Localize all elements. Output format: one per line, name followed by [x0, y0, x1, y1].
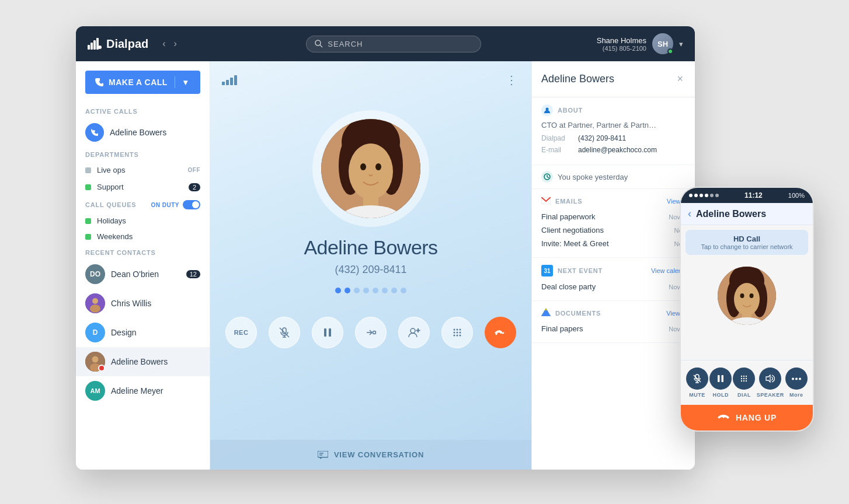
hold-button[interactable] [312, 317, 343, 348]
contact-design[interactable]: D Design [76, 318, 210, 347]
dept-dot-green [85, 184, 91, 190]
panel-close-button[interactable]: × [674, 71, 686, 88]
mobile-time: 11:12 [744, 191, 763, 200]
call-screen-header: ⋮ [210, 61, 531, 99]
dept-name-support: Support [97, 183, 183, 191]
gmail-icon [541, 196, 551, 206]
event-name-1: Deal close party [541, 282, 596, 291]
dept-support[interactable]: Support 2 [76, 178, 210, 195]
more-options-button[interactable]: ⋮ [503, 71, 520, 89]
transfer-button[interactable] [355, 317, 387, 348]
docs-header: DOCUMENTS View d [541, 308, 686, 318]
svg-point-40 [457, 335, 458, 337]
dept-badge-support: 2 [189, 183, 200, 191]
mobile-dial-icon [740, 374, 748, 383]
mobile-dial-button[interactable]: DIAL [733, 368, 755, 398]
forward-arrow[interactable]: › [172, 36, 179, 51]
make-call-dropdown[interactable]: ▾ [180, 78, 192, 87]
email-name-3: Invite: Meet & Greet [541, 239, 609, 248]
online-indicator [667, 48, 673, 54]
about-email-key: E-mail [541, 146, 573, 154]
contact-chris[interactable]: Chris Willis [76, 289, 210, 318]
dot-7 [391, 288, 397, 293]
svg-point-36 [454, 332, 455, 334]
svg-point-75 [743, 380, 744, 382]
search-bar[interactable]: SEARCH [306, 36, 481, 52]
panel-emails-section: EMAILS View c Final paperwork Nov 1 Clie… [532, 189, 695, 258]
view-conversation-bar[interactable]: VIEW CONVERSATION [210, 440, 531, 470]
svg-point-19 [360, 163, 366, 170]
toggle-knob [192, 201, 199, 208]
about-email-val: adeline@peakchoco.com [578, 146, 657, 154]
mobile-back-button[interactable]: ‹ [688, 208, 691, 220]
signal-bar-1 [222, 82, 225, 85]
caller-photo [321, 119, 420, 218]
end-call-button[interactable] [485, 317, 516, 348]
svg-rect-0 [88, 45, 90, 50]
mute-button[interactable] [269, 317, 300, 348]
call-controls: REC [225, 317, 516, 348]
mobile-mute-button[interactable]: MUTE [686, 368, 708, 398]
caller-face-svg [321, 119, 420, 218]
svg-rect-2 [93, 40, 96, 50]
queue-weekends[interactable]: Weekends [76, 229, 210, 244]
caller-photo-wrap [312, 110, 429, 227]
mobile-hold-button[interactable]: HOLD [709, 368, 732, 398]
svg-point-18 [349, 144, 393, 200]
mobile-speaker-button[interactable]: SPEAKER [757, 368, 784, 398]
user-name: Shane Holmes [597, 36, 646, 45]
contact-red-dot [98, 365, 105, 372]
add-person-button[interactable] [398, 317, 430, 348]
rec-button[interactable]: REC [225, 317, 257, 348]
hold-circle [312, 317, 343, 348]
svg-point-45 [546, 108, 549, 111]
dept-dot-gray [85, 167, 91, 173]
toggle-switch[interactable] [183, 200, 200, 209]
svg-point-70 [746, 376, 747, 377]
doc-item-1: Final papers Nov 1 [541, 322, 686, 335]
svg-point-78 [792, 377, 794, 380]
events-header: 31 NEXT EVENT View calend [541, 265, 686, 276]
svg-point-33 [454, 329, 455, 331]
hold-icon [322, 327, 333, 338]
keypad-button[interactable] [441, 317, 473, 348]
chat-icon [318, 451, 328, 459]
mobile-more-button[interactable]: More [785, 368, 808, 398]
contact-name-dean: Dean O'brien [111, 270, 159, 279]
active-calls-label: ACTIVE CALLS [76, 103, 210, 118]
svg-rect-27 [324, 328, 326, 337]
make-call-button[interactable]: MAKE A CALL ▾ [85, 71, 200, 94]
about-dialpad-key: Dialpad [541, 134, 573, 142]
svg-rect-42 [318, 451, 328, 457]
contact-dean[interactable]: DO Dean O'brien 12 [76, 260, 210, 289]
dot-5 [373, 288, 378, 293]
mobile-more-label: More [789, 392, 803, 398]
back-arrow[interactable]: ‹ [160, 36, 168, 51]
events-label: NEXT EVENT [558, 267, 603, 274]
contact-adeline[interactable]: Adeline Bowers [76, 347, 210, 376]
svg-point-37 [457, 332, 458, 334]
user-info: Shane Holmes (415) 805-2100 SH ▾ [597, 33, 683, 54]
on-duty-toggle[interactable]: ON DUTY [151, 200, 201, 209]
svg-point-38 [460, 332, 461, 334]
contact-adeline-meyer[interactable]: AM Adeline Meyer [76, 376, 210, 405]
recent-contacts-label: RECENT CONTACTS [76, 244, 210, 260]
queue-holidays[interactable]: Holidays [76, 213, 210, 229]
dot-2 [345, 288, 350, 293]
user-dropdown-arrow[interactable]: ▾ [679, 40, 683, 48]
svg-point-58 [740, 293, 744, 298]
mobile-hold-icon [716, 374, 725, 383]
svg-point-20 [375, 163, 381, 170]
end-call-icon [494, 326, 507, 339]
dept-live-ops[interactable]: Live ops OFF [76, 162, 210, 178]
svg-marker-52 [541, 310, 551, 316]
caller-name: Adeline Bowers [304, 236, 437, 259]
drive-icon [541, 308, 551, 318]
hd-call-banner[interactable]: HD Call Tap to change to carrier network [686, 230, 808, 255]
panel-about-header: ABOUT [541, 104, 686, 116]
mobile-hangup-button[interactable]: HANG UP [681, 405, 813, 430]
mobile-phone: 11:12 100% ‹ Adeline Bowers HD Call Tap … [680, 187, 814, 432]
active-call-item[interactable]: Adeline Bowers [76, 118, 210, 146]
dot-8 [401, 288, 406, 293]
email-name-1: Final paperwork [541, 212, 596, 221]
